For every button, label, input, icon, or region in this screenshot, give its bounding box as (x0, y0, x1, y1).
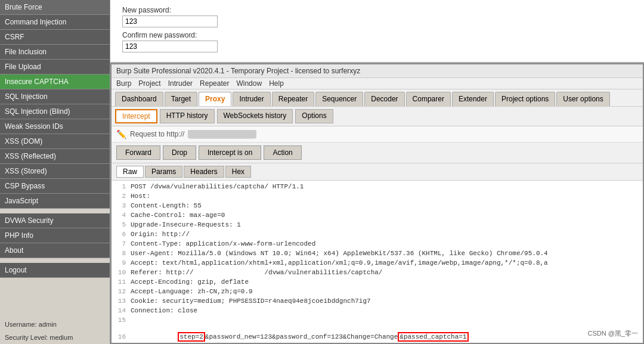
burp-window: Burp Suite Professional v2020.4.1 - Temp… (110, 63, 644, 344)
request-line-16: 16 step=2&password_new=123&password_conf… (114, 326, 640, 343)
highlight-captcha: &passed_captcha=1 (398, 332, 468, 342)
code-tab-hex[interactable]: Hex (225, 166, 251, 178)
tab-target[interactable]: Target (165, 92, 197, 106)
sidebar-item-xss-dom[interactable]: XSS (DOM) (0, 134, 110, 149)
sidebar: Brute Force Command Injection CSRF File … (0, 0, 110, 344)
sidebar-user-info: Username: admin Security Level: medium (0, 318, 110, 344)
tab-project-options[interactable]: Project options (495, 92, 555, 106)
highlight-step: step=2 (178, 332, 205, 342)
code-tab-headers[interactable]: Headers (184, 166, 224, 178)
sidebar-item-insecure-captcha[interactable]: Insecure CAPTCHA (0, 75, 110, 89)
sidebar-item-csrf[interactable]: CSRF (0, 30, 110, 45)
new-password-label: New password: (122, 6, 632, 14)
sidebar-divider2 (0, 258, 110, 263)
confirm-password-label: Confirm new password: (122, 31, 632, 39)
sidebar-item-dvwa-security[interactable]: DVWA Security (0, 213, 110, 228)
url-redacted: █████████████ (188, 130, 256, 138)
sidebar-divider (0, 209, 110, 213)
request-line-11: 11 Accept-Encoding: gzip, deflate (114, 278, 640, 288)
request-line-7: 7 Content-Type: application/x-www-form-u… (114, 240, 640, 250)
sidebar-item-php-info[interactable]: PHP Info (0, 228, 110, 243)
tab-proxy[interactable]: Proxy (199, 92, 231, 106)
request-line-5: 5 Upgrade-Insecure-Requests: 1 (114, 221, 640, 231)
menu-repeater[interactable]: Repeater (200, 79, 229, 88)
tab-decoder[interactable]: Decoder (364, 92, 404, 106)
menu-window[interactable]: Window (236, 79, 262, 88)
sub-tab-options[interactable]: Options (295, 109, 333, 123)
burp-menubar: Burp Project Intruder Repeater Window He… (112, 78, 643, 89)
menu-intruder[interactable]: Intruder (168, 79, 193, 88)
request-line-8: 8 User-Agent: Mozilla/5.0 (Windows NT 10… (114, 250, 640, 259)
request-content[interactable]: 1 POST /dvwa/vulnerabilities/captcha/ HT… (112, 181, 643, 343)
action-button[interactable]: Action (264, 145, 301, 160)
request-line-4: 4 Cache-Control: max-age=0 (114, 212, 640, 221)
username-value: admin (39, 321, 57, 328)
intercept-on-button[interactable]: Intercept is on (199, 145, 261, 160)
request-line-1: 1 POST /dvwa/vulnerabilities/captcha/ HT… (114, 183, 640, 193)
tab-dashboard[interactable]: Dashboard (115, 92, 163, 106)
sidebar-item-xss-stored[interactable]: XSS (Stored) (0, 164, 110, 179)
code-tab-params[interactable]: Params (145, 166, 182, 178)
request-line-13: 13 Cookie: security=medium; PHPSESSID=r4… (114, 297, 640, 307)
code-tab-raw[interactable]: Raw (116, 166, 144, 178)
watermark: CSDN @黑_零一 (587, 329, 638, 338)
intercept-area: ✏️ Request to http:// █████████████ Forw… (112, 126, 643, 343)
sidebar-item-command-injection[interactable]: Command Injection (0, 15, 110, 30)
request-line-9: 9 Accept: text/html,application/xhtml+xm… (114, 259, 640, 269)
menu-help[interactable]: Help (269, 79, 284, 88)
drop-button[interactable]: Drop (163, 145, 196, 160)
tab-intruder[interactable]: Intruder (233, 92, 270, 106)
tab-comparer[interactable]: Comparer (406, 92, 451, 106)
sidebar-item-logout[interactable]: Logout (0, 263, 110, 278)
sidebar-item-brute-force[interactable]: Brute Force (0, 0, 110, 15)
sidebar-item-sql-injection[interactable]: SQL Injection (0, 89, 110, 104)
tab-extender[interactable]: Extender (452, 92, 494, 106)
tab-sequencer[interactable]: Sequencer (315, 92, 363, 106)
sub-tab-intercept[interactable]: Intercept (115, 109, 157, 123)
intercept-button-bar: Forward Drop Intercept is on Action (112, 142, 643, 163)
security-info: Security Level: medium (0, 331, 110, 344)
burp-titlebar: Burp Suite Professional v2020.4.1 - Temp… (112, 64, 643, 78)
request-line-12: 12 Accept-Language: zh-CN,zh;q=0.9 (114, 288, 640, 297)
sidebar-item-file-upload[interactable]: File Upload (0, 60, 110, 75)
request-url-bar: ✏️ Request to http:// █████████████ (112, 126, 643, 142)
request-line-6: 6 Origin: http:// (114, 231, 640, 240)
sidebar-item-xss-reflected[interactable]: XSS (Reflected) (0, 149, 110, 164)
sidebar-item-weak-session-ids[interactable]: Weak Session IDs (0, 119, 110, 134)
seg-params: &password_new=123&password_conf=123&Chan… (205, 333, 398, 340)
username-info: Username: admin (0, 318, 110, 331)
sidebar-item-sql-injection-blind[interactable]: SQL Injection (Blind) (0, 104, 110, 119)
burp-main-tabs: Dashboard Target Proxy Intruder Repeater… (112, 89, 643, 107)
request-line-10: 10 Referer: http:// /dvwa/vulnerabilitie… (114, 269, 640, 278)
new-password-input[interactable] (122, 16, 218, 27)
menu-burp[interactable]: Burp (116, 79, 131, 88)
sidebar-item-about[interactable]: About (0, 243, 110, 258)
web-form-area: New password: Confirm new password: (110, 0, 644, 63)
proxy-sub-tabs: Intercept HTTP history WebSockets histor… (112, 107, 643, 126)
request-line-3: 3 Content-Length: 55 (114, 202, 640, 212)
tab-repeater[interactable]: Repeater (272, 92, 314, 106)
code-view-tabs: Raw Params Headers Hex (112, 163, 643, 181)
request-line-15: 15 (114, 317, 640, 326)
request-line-14: 14 Connection: close (114, 307, 640, 317)
confirm-password-input[interactable] (122, 41, 218, 52)
edit-icon: ✏️ (116, 129, 126, 139)
sub-tab-http-history[interactable]: HTTP history (160, 109, 215, 123)
request-line-2: 2 Host: (114, 193, 640, 202)
sidebar-item-csp-bypass[interactable]: CSP Bypass (0, 179, 110, 194)
tab-user-options[interactable]: User options (556, 92, 609, 106)
sidebar-item-javascript[interactable]: JavaScript (0, 194, 110, 209)
username-label: Username: (5, 321, 37, 328)
security-label: Security Level: (5, 334, 48, 341)
security-value: medium (49, 334, 73, 341)
main-content: New password: Confirm new password: Burp… (110, 0, 644, 344)
sub-tab-websockets[interactable]: WebSockets history (217, 109, 293, 123)
request-url-text: Request to http:// (130, 130, 184, 138)
forward-button[interactable]: Forward (116, 145, 160, 160)
sidebar-item-file-inclusion[interactable]: File Inclusion (0, 45, 110, 60)
menu-project[interactable]: Project (138, 79, 160, 88)
